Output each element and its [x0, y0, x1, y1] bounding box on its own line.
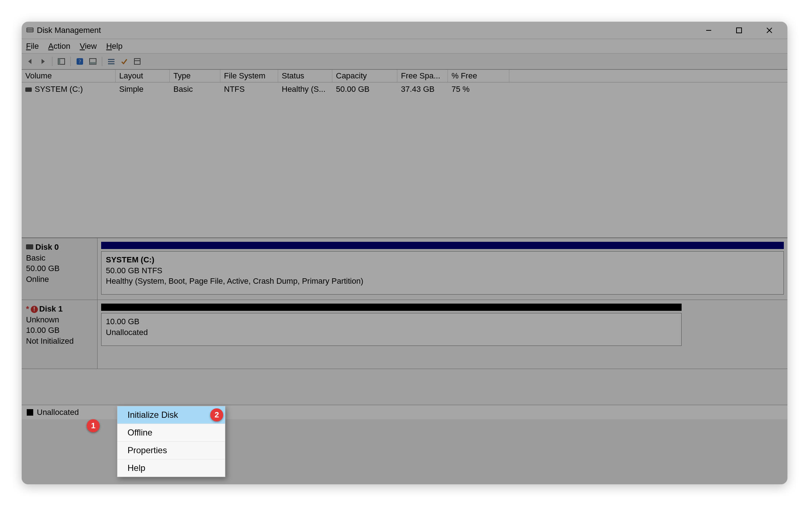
legend-unallocated-label: Unallocated	[37, 408, 79, 417]
disk1-size: 10.00 GB	[26, 325, 93, 336]
error-icon: !	[31, 306, 38, 313]
col-status[interactable]: Status	[278, 70, 332, 82]
volume-type: Basic	[170, 84, 220, 95]
volume-row[interactable]: SYSTEM (C:) Simple Basic NTFS Healthy (S…	[22, 82, 787, 96]
toolbar-panel-icon[interactable]	[56, 56, 67, 67]
menu-action[interactable]: Action	[48, 42, 70, 51]
svg-rect-4	[737, 28, 742, 33]
toolbar-list-icon[interactable]	[106, 56, 117, 67]
col-fs[interactable]: File System	[220, 70, 278, 82]
column-headers: Volume Layout Type File System Status Ca…	[22, 70, 787, 82]
disk1-name: Disk 1	[39, 304, 63, 313]
svg-rect-2	[27, 30, 33, 31]
menu-help[interactable]: Help	[106, 42, 122, 51]
toolbar: ?	[22, 53, 787, 69]
disk0-type: Basic	[26, 253, 93, 263]
forward-button[interactable]	[38, 56, 48, 67]
context-initialize-disk[interactable]: Initialize Disk	[117, 406, 225, 424]
minimize-button[interactable]	[701, 25, 717, 36]
disk1-state: Not Initialized	[26, 336, 93, 347]
unallocated-label: Unallocated	[106, 327, 677, 338]
disk0-partition[interactable]: SYSTEM (C:) 50.00 GB NTFS Healthy (Syste…	[101, 251, 784, 295]
menu-file[interactable]: F/*noop*/ile	[26, 42, 39, 51]
volume-free: 37.43 GB	[397, 84, 448, 95]
svg-rect-13	[108, 59, 115, 60]
volume-icon	[25, 87, 32, 92]
disk0-info[interactable]: Disk 0 Basic 50.00 GB Online	[22, 238, 98, 300]
annotation-badge-1: 1	[87, 419, 100, 432]
context-offline[interactable]: Offline	[117, 424, 225, 442]
app-icon	[26, 26, 34, 34]
svg-rect-12	[90, 62, 96, 64]
unallocated-size: 10.00 GB	[106, 316, 677, 327]
disk-pane-spacer	[22, 369, 787, 405]
disk-pane: Disk 0 Basic 50.00 GB Online SYSTEM (C:)…	[22, 238, 787, 405]
disk1-unallocated[interactable]: 10.00 GB Unallocated	[101, 313, 682, 346]
partition-sizefs: 50.00 GB NTFS	[106, 265, 779, 276]
toolbar-properties-icon[interactable]	[132, 56, 143, 67]
svg-rect-15	[108, 63, 115, 64]
svg-rect-16	[134, 59, 140, 64]
close-button[interactable]	[761, 25, 777, 36]
col-volume[interactable]: Volume	[22, 70, 116, 82]
disk0-row: Disk 0 Basic 50.00 GB Online SYSTEM (C:)…	[22, 238, 787, 300]
disk-icon	[26, 244, 33, 249]
volume-layout: Simple	[116, 84, 170, 95]
col-pct[interactable]: % Free	[448, 70, 509, 82]
uninitialized-icon: *	[26, 304, 29, 314]
context-help[interactable]: Help	[117, 459, 225, 477]
context-properties[interactable]: Properties	[117, 442, 225, 459]
toolbar-check-icon[interactable]	[119, 56, 130, 67]
back-button[interactable]	[25, 56, 35, 67]
disk0-partition-bar	[101, 242, 784, 249]
svg-rect-14	[108, 61, 115, 62]
volume-name: SYSTEM (C:)	[35, 85, 83, 94]
maximize-button[interactable]	[731, 25, 747, 36]
svg-rect-1	[27, 28, 33, 29]
titlebar: Disk Management	[22, 22, 787, 39]
window-title: Disk Management	[37, 26, 101, 35]
annotation-badge-2: 2	[210, 408, 223, 421]
col-capacity[interactable]: Capacity	[332, 70, 397, 82]
svg-text:?: ?	[79, 59, 81, 64]
disk0-size: 50.00 GB	[26, 263, 93, 274]
svg-rect-8	[58, 59, 60, 64]
context-menu: Initialize Disk Offline Properties Help	[117, 406, 225, 477]
disk0-state: Online	[26, 274, 93, 285]
help-icon[interactable]: ?	[74, 56, 85, 67]
col-layout[interactable]: Layout	[116, 70, 170, 82]
partition-name: SYSTEM (C:)	[106, 254, 779, 265]
toolbar-detail-icon[interactable]	[87, 56, 98, 67]
disk1-info[interactable]: *!Disk 1 Unknown 10.00 GB Not Initialize…	[22, 300, 98, 369]
svg-rect-0	[26, 27, 34, 32]
col-free[interactable]: Free Spa...	[397, 70, 448, 82]
volume-capacity: 50.00 GB	[332, 84, 397, 95]
col-type[interactable]: Type	[170, 70, 220, 82]
volume-grid: Volume Layout Type File System Status Ca…	[22, 69, 787, 238]
legend-swatch-unallocated	[27, 409, 33, 416]
menu-view[interactable]: View	[80, 42, 97, 51]
volume-fs: NTFS	[220, 84, 278, 95]
disk0-name: Disk 0	[35, 243, 59, 252]
volume-pct: 75 %	[448, 84, 509, 95]
menubar: F/*noop*/ile Action View Help	[22, 39, 787, 53]
disk1-row: *!Disk 1 Unknown 10.00 GB Not Initialize…	[22, 300, 787, 369]
partition-status: Healthy (System, Boot, Page File, Active…	[106, 276, 779, 287]
disk1-type: Unknown	[26, 314, 93, 325]
disk1-unallocated-bar	[101, 304, 682, 311]
volume-status: Healthy (S...	[278, 84, 332, 95]
